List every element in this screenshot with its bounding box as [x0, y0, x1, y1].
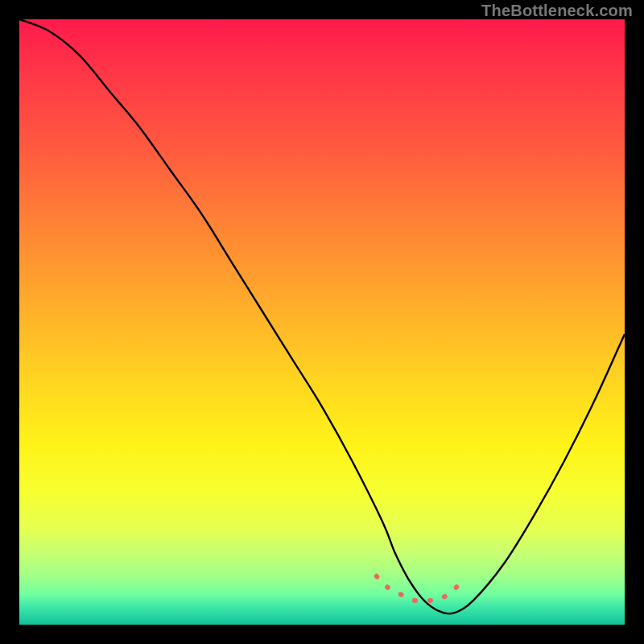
curve-layer [19, 19, 625, 625]
bottleneck-curve [19, 19, 625, 613]
watermark-text: TheBottleneck.com [481, 2, 633, 20]
plot-area [19, 19, 625, 625]
chart-frame: TheBottleneck.com [0, 0, 644, 644]
optimal-range-dots [377, 576, 461, 601]
